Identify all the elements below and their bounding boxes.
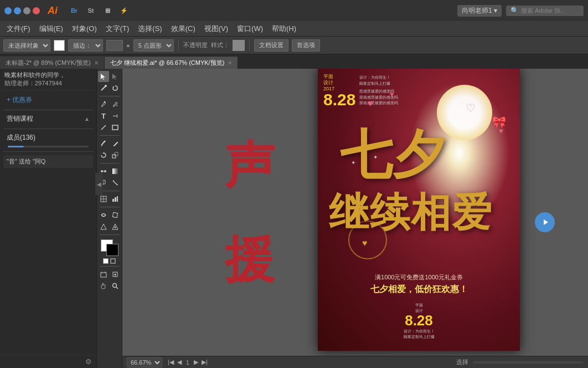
- main-text-qixi: 七夕: [340, 129, 445, 182]
- search-box[interactable]: 🔍 搜索 Adobe St...: [506, 6, 584, 16]
- panel-header: 晚素材和软件的同学， 助理老师：29747944: [0, 69, 96, 90]
- canvas-scroll[interactable]: 声 援 平面设计2017 8.28 设计：为你而生！: [122, 69, 588, 356]
- color-box-area: [101, 239, 118, 264]
- style-color-box[interactable]: [233, 40, 245, 51]
- window-control-max[interactable]: [23, 7, 30, 14]
- measure-tool-btn[interactable]: [110, 177, 121, 188]
- artboard-info-top: 设计：为你而生！ 顾客定制马上打爆 想感受被爱的感觉吗 那就感受被爱的感觉吗 那…: [359, 75, 398, 106]
- marketing-header[interactable]: 营销课程 ▲: [3, 113, 93, 125]
- svg-point-13: [104, 170, 106, 172]
- svg-line-18: [113, 181, 117, 185]
- place-tool-btn[interactable]: [110, 269, 121, 280]
- settings-icon[interactable]: ⚙: [85, 357, 92, 366]
- main-text-sub: 继续相爱: [329, 193, 493, 233]
- date-top-big: 8.28: [323, 91, 355, 108]
- user-menu-btn[interactable]: 尚明老师1 ▾: [457, 5, 502, 17]
- panel-subheader: 助理老师：29747944: [4, 79, 92, 88]
- menu-file[interactable]: 文件(F): [2, 21, 35, 36]
- text-tool-btn[interactable]: T: [98, 110, 109, 121]
- doc-settings-btn[interactable]: 文档设置: [254, 39, 288, 52]
- marketing-label: 营销课程: [7, 114, 33, 124]
- perspective-select-btn[interactable]: [110, 221, 121, 232]
- menu-bar: 文件(F) 编辑(E) 对象(O) 文字(T) 选择(S) 效果(C) 视图(V…: [0, 21, 588, 37]
- svg-line-36: [116, 287, 118, 289]
- artboard-promo: 满1000元可免费送1000元礼金券 七夕相爱，低价狂欢惠！: [328, 273, 510, 295]
- direct-selection-tool-btn[interactable]: [110, 71, 121, 82]
- fill-color-box[interactable]: [54, 40, 65, 51]
- hand-tool-btn[interactable]: [98, 280, 109, 292]
- svg-point-8: [104, 141, 106, 142]
- preferences-btn[interactable]: 首选项: [292, 39, 320, 52]
- artboard[interactable]: 平面设计2017 8.28 设计：为你而生！ 顾客定制马上打爆 想感受被爱的感觉…: [318, 69, 520, 351]
- scale-tool-btn[interactable]: [110, 150, 121, 161]
- warp-tool-btn[interactable]: [98, 209, 109, 221]
- page-last-btn[interactable]: ▶|: [200, 359, 209, 366]
- menu-window[interactable]: 窗口(W): [233, 21, 267, 36]
- outline-mode-btn[interactable]: [110, 258, 116, 264]
- toolbar: 未选择对象 描边： ● 5 点圆形 不透明度 样式： 文档设置 首选项: [0, 37, 588, 54]
- line-tool-btn[interactable]: [98, 122, 109, 133]
- lasso-tool-btn[interactable]: [110, 83, 121, 94]
- artboard-tool-btn[interactable]: [98, 269, 109, 280]
- svg-rect-29: [101, 273, 106, 277]
- zoom-tool-btn[interactable]: [110, 280, 121, 292]
- window-control-close[interactable]: [33, 7, 40, 14]
- menu-select[interactable]: 选择(S): [133, 21, 166, 36]
- menu-object[interactable]: 对象(O): [68, 21, 101, 36]
- background-color[interactable]: [106, 244, 118, 256]
- pencil-tool-btn[interactable]: [110, 138, 121, 149]
- svg-point-3: [105, 85, 107, 87]
- page-nav: |◀ ◀ 1 ▶ ▶|: [167, 359, 209, 366]
- normal-mode-btn[interactable]: [103, 258, 109, 264]
- perspective-tool-btn[interactable]: [98, 221, 109, 232]
- menu-help[interactable]: 帮助(H): [267, 21, 301, 36]
- tab-untitled-close[interactable]: ✕: [94, 60, 99, 66]
- bridge-app-btn[interactable]: Br: [66, 3, 82, 18]
- menu-text[interactable]: 文字(T): [101, 21, 134, 36]
- selection-tool-btn[interactable]: [98, 71, 109, 82]
- stock-app-btn[interactable]: St: [83, 3, 99, 18]
- svg-rect-15: [112, 168, 118, 174]
- members-header[interactable]: 成员(136): [3, 131, 93, 144]
- toolbox: + T T: [97, 69, 122, 368]
- vertical-text-btn[interactable]: T: [110, 110, 121, 121]
- slice-tool-btn[interactable]: [98, 193, 109, 205]
- stroke-style-selector[interactable]: 描边：: [68, 39, 103, 52]
- zoom-selector[interactable]: 66.67%: [127, 357, 162, 367]
- stroke-preview: [106, 40, 123, 51]
- stroke-weight-selector[interactable]: 5 点圆形: [133, 39, 174, 52]
- sync-btn[interactable]: ⚡: [116, 3, 132, 18]
- title-bar: Ai Br St ⊞ ⚡ 尚明老师1 ▾ 🔍 搜索 Adobe St...: [0, 0, 588, 21]
- search-placeholder: 搜索 Adobe St...: [521, 7, 565, 15]
- page-first-btn[interactable]: |◀: [167, 359, 175, 366]
- rect-tool-btn[interactable]: [110, 122, 121, 133]
- object-selector[interactable]: 未选择对象: [3, 39, 50, 52]
- tab-qixi[interactable]: 七夕 继续相爱.ai* @ 66.67% (CMYK/预览) ✕: [105, 57, 239, 69]
- gradient-tool-btn[interactable]: [110, 166, 121, 177]
- canvas-area: 声 援 平面设计2017 8.28 设计：为你而生！: [122, 69, 588, 368]
- rotate-tool-btn[interactable]: [98, 150, 109, 161]
- tabs-bar: 未标题-2* @ 89% (CMYK/预览) ✕ 七夕 继续相爱.ai* @ 6…: [0, 54, 588, 69]
- add-anchor-btn[interactable]: +: [110, 99, 121, 110]
- menu-edit[interactable]: 编辑(E): [35, 21, 68, 36]
- tab-qixi-close[interactable]: ✕: [228, 60, 232, 66]
- window-control-minimize[interactable]: [14, 7, 21, 14]
- pen-tool-btn[interactable]: [98, 99, 109, 110]
- menu-effect[interactable]: 效果(C): [167, 21, 200, 36]
- left-panel: 晚素材和软件的同学， 助理老师：29747944 + 优惠券 营销课程 ▲: [0, 69, 97, 368]
- page-next-btn[interactable]: ▶: [193, 359, 199, 366]
- panel-collapse-btn[interactable]: ◀: [95, 173, 103, 195]
- svg-point-35: [113, 284, 117, 288]
- coupon-header[interactable]: + 优惠券: [3, 94, 93, 106]
- window-control-pin[interactable]: [4, 7, 12, 14]
- workspace-grid-btn[interactable]: ⊞: [100, 3, 115, 18]
- menu-view[interactable]: 视图(V): [200, 21, 233, 36]
- paintbrush-tool-btn[interactable]: [98, 138, 109, 149]
- svg-rect-27: [112, 212, 117, 217]
- chart-tool-btn[interactable]: [110, 193, 121, 205]
- magic-wand-tool-btn[interactable]: [98, 83, 109, 94]
- free-transform-btn[interactable]: [110, 209, 121, 221]
- tab-untitled[interactable]: 未标题-2* @ 89% (CMYK/预览) ✕: [0, 57, 105, 69]
- promo-line1: 满1000元可免费送1000元礼金券: [328, 273, 510, 282]
- page-prev-btn[interactable]: ◀: [176, 359, 183, 366]
